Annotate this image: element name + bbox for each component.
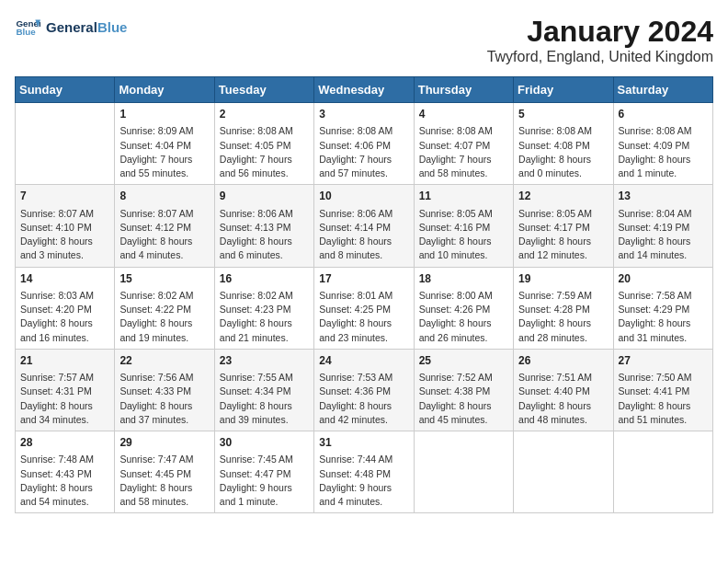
- table-row: 21Sunrise: 7:57 AM Sunset: 4:31 PM Dayli…: [16, 349, 115, 431]
- day-info: Sunrise: 8:02 AM Sunset: 4:23 PM Dayligh…: [220, 289, 309, 345]
- table-row: 13Sunrise: 8:04 AM Sunset: 4:19 PM Dayli…: [613, 185, 712, 267]
- table-row: 8Sunrise: 8:07 AM Sunset: 4:12 PM Daylig…: [115, 185, 214, 267]
- table-row: 14Sunrise: 8:03 AM Sunset: 4:20 PM Dayli…: [16, 267, 115, 349]
- col-sunday: Sunday: [16, 77, 115, 103]
- day-number: 15: [119, 271, 209, 287]
- day-number: 8: [119, 189, 209, 204]
- day-info: Sunrise: 7:58 AM Sunset: 4:29 PM Dayligh…: [619, 289, 708, 345]
- table-row: 27Sunrise: 7:50 AM Sunset: 4:41 PM Dayli…: [613, 349, 712, 431]
- day-info: Sunrise: 8:09 AM Sunset: 4:04 PM Dayligh…: [119, 124, 209, 180]
- day-info: Sunrise: 8:07 AM Sunset: 4:12 PM Dayligh…: [119, 207, 209, 263]
- table-row: 11Sunrise: 8:05 AM Sunset: 4:16 PM Dayli…: [414, 185, 513, 267]
- calendar-title: January 2024: [487, 15, 713, 49]
- calendar-week-row: 21Sunrise: 7:57 AM Sunset: 4:31 PM Dayli…: [16, 349, 713, 431]
- calendar-header-row: Sunday Monday Tuesday Wednesday Thursday…: [16, 77, 713, 103]
- table-row: 2Sunrise: 8:08 AM Sunset: 4:05 PM Daylig…: [214, 103, 313, 185]
- day-info: Sunrise: 7:57 AM Sunset: 4:31 PM Dayligh…: [20, 371, 109, 427]
- day-info: Sunrise: 8:08 AM Sunset: 4:07 PM Dayligh…: [419, 124, 508, 180]
- table-row: 26Sunrise: 7:51 AM Sunset: 4:40 PM Dayli…: [514, 349, 613, 431]
- day-info: Sunrise: 8:01 AM Sunset: 4:25 PM Dayligh…: [319, 289, 408, 345]
- day-number: 21: [20, 353, 109, 369]
- table-row: 9Sunrise: 8:06 AM Sunset: 4:13 PM Daylig…: [214, 185, 313, 267]
- table-row: [414, 431, 513, 513]
- table-row: 25Sunrise: 7:52 AM Sunset: 4:38 PM Dayli…: [414, 349, 513, 431]
- day-info: Sunrise: 8:08 AM Sunset: 4:09 PM Dayligh…: [619, 124, 708, 180]
- day-info: Sunrise: 7:47 AM Sunset: 4:45 PM Dayligh…: [119, 453, 209, 509]
- table-row: 23Sunrise: 7:55 AM Sunset: 4:34 PM Dayli…: [214, 349, 313, 431]
- day-info: Sunrise: 8:08 AM Sunset: 4:08 PM Dayligh…: [518, 124, 608, 180]
- title-section: January 2024 Twyford, England, United Ki…: [487, 15, 713, 65]
- day-number: 1: [119, 107, 209, 122]
- table-row: 4Sunrise: 8:08 AM Sunset: 4:07 PM Daylig…: [414, 103, 513, 185]
- col-monday: Monday: [115, 77, 214, 103]
- table-row: 20Sunrise: 7:58 AM Sunset: 4:29 PM Dayli…: [613, 267, 712, 349]
- day-number: 23: [220, 353, 309, 369]
- day-number: 18: [419, 271, 508, 287]
- day-number: 3: [319, 107, 408, 122]
- day-info: Sunrise: 7:55 AM Sunset: 4:34 PM Dayligh…: [220, 371, 309, 427]
- table-row: 31Sunrise: 7:44 AM Sunset: 4:48 PM Dayli…: [314, 431, 414, 513]
- day-number: 25: [419, 353, 508, 369]
- day-number: 5: [518, 107, 608, 122]
- table-row: 15Sunrise: 8:02 AM Sunset: 4:22 PM Dayli…: [115, 267, 214, 349]
- day-info: Sunrise: 7:53 AM Sunset: 4:36 PM Dayligh…: [319, 371, 408, 427]
- table-row: 5Sunrise: 8:08 AM Sunset: 4:08 PM Daylig…: [514, 103, 613, 185]
- day-info: Sunrise: 7:51 AM Sunset: 4:40 PM Dayligh…: [518, 371, 608, 427]
- day-number: 13: [619, 189, 708, 204]
- day-number: 29: [119, 435, 209, 451]
- logo: General Blue GeneralBlue: [15, 15, 127, 40]
- day-number: 11: [419, 189, 508, 204]
- table-row: 24Sunrise: 7:53 AM Sunset: 4:36 PM Dayli…: [314, 349, 414, 431]
- logo-icon: General Blue: [15, 15, 40, 40]
- day-number: 24: [319, 353, 408, 369]
- table-row: 6Sunrise: 8:08 AM Sunset: 4:09 PM Daylig…: [613, 103, 712, 185]
- day-info: Sunrise: 8:07 AM Sunset: 4:10 PM Dayligh…: [20, 207, 109, 263]
- day-info: Sunrise: 7:56 AM Sunset: 4:33 PM Dayligh…: [119, 371, 209, 427]
- table-row: 16Sunrise: 8:02 AM Sunset: 4:23 PM Dayli…: [214, 267, 313, 349]
- day-info: Sunrise: 8:05 AM Sunset: 4:17 PM Dayligh…: [518, 207, 608, 263]
- day-info: Sunrise: 7:45 AM Sunset: 4:47 PM Dayligh…: [220, 453, 309, 509]
- day-number: 17: [319, 271, 408, 287]
- day-info: Sunrise: 8:06 AM Sunset: 4:13 PM Dayligh…: [220, 207, 309, 263]
- table-row: [16, 103, 115, 185]
- table-row: 7Sunrise: 8:07 AM Sunset: 4:10 PM Daylig…: [16, 185, 115, 267]
- day-info: Sunrise: 7:59 AM Sunset: 4:28 PM Dayligh…: [518, 289, 608, 345]
- table-row: 29Sunrise: 7:47 AM Sunset: 4:45 PM Dayli…: [115, 431, 214, 513]
- table-row: 19Sunrise: 7:59 AM Sunset: 4:28 PM Dayli…: [514, 267, 613, 349]
- page-header: General Blue GeneralBlue January 2024 Tw…: [15, 15, 713, 65]
- calendar-week-row: 14Sunrise: 8:03 AM Sunset: 4:20 PM Dayli…: [16, 267, 713, 349]
- col-thursday: Thursday: [414, 77, 513, 103]
- day-number: 28: [20, 435, 109, 451]
- day-info: Sunrise: 8:08 AM Sunset: 4:06 PM Dayligh…: [319, 124, 408, 180]
- day-number: 27: [619, 353, 708, 369]
- day-info: Sunrise: 8:08 AM Sunset: 4:05 PM Dayligh…: [220, 124, 309, 180]
- svg-text:Blue: Blue: [16, 27, 36, 37]
- day-info: Sunrise: 8:06 AM Sunset: 4:14 PM Dayligh…: [319, 207, 408, 263]
- day-info: Sunrise: 8:04 AM Sunset: 4:19 PM Dayligh…: [619, 207, 708, 263]
- day-number: 7: [20, 189, 109, 204]
- table-row: 30Sunrise: 7:45 AM Sunset: 4:47 PM Dayli…: [214, 431, 313, 513]
- day-number: 31: [319, 435, 408, 451]
- table-row: 12Sunrise: 8:05 AM Sunset: 4:17 PM Dayli…: [514, 185, 613, 267]
- day-number: 10: [319, 189, 408, 204]
- calendar-table: Sunday Monday Tuesday Wednesday Thursday…: [15, 76, 713, 513]
- day-info: Sunrise: 7:44 AM Sunset: 4:48 PM Dayligh…: [319, 453, 408, 509]
- table-row: 1Sunrise: 8:09 AM Sunset: 4:04 PM Daylig…: [115, 103, 214, 185]
- day-number: 12: [518, 189, 608, 204]
- day-number: 30: [220, 435, 309, 451]
- calendar-week-row: 7Sunrise: 8:07 AM Sunset: 4:10 PM Daylig…: [16, 185, 713, 267]
- table-row: 22Sunrise: 7:56 AM Sunset: 4:33 PM Dayli…: [115, 349, 214, 431]
- day-number: 19: [518, 271, 608, 287]
- calendar-week-row: 1Sunrise: 8:09 AM Sunset: 4:04 PM Daylig…: [16, 103, 713, 185]
- day-number: 14: [20, 271, 109, 287]
- day-number: 6: [619, 107, 708, 122]
- calendar-subtitle: Twyford, England, United Kingdom: [487, 49, 713, 65]
- day-number: 16: [220, 271, 309, 287]
- day-info: Sunrise: 7:50 AM Sunset: 4:41 PM Dayligh…: [619, 371, 708, 427]
- day-number: 20: [619, 271, 708, 287]
- day-info: Sunrise: 7:48 AM Sunset: 4:43 PM Dayligh…: [20, 453, 109, 509]
- col-saturday: Saturday: [613, 77, 712, 103]
- day-number: 9: [220, 189, 309, 204]
- day-number: 2: [220, 107, 309, 122]
- day-info: Sunrise: 8:02 AM Sunset: 4:22 PM Dayligh…: [119, 289, 209, 345]
